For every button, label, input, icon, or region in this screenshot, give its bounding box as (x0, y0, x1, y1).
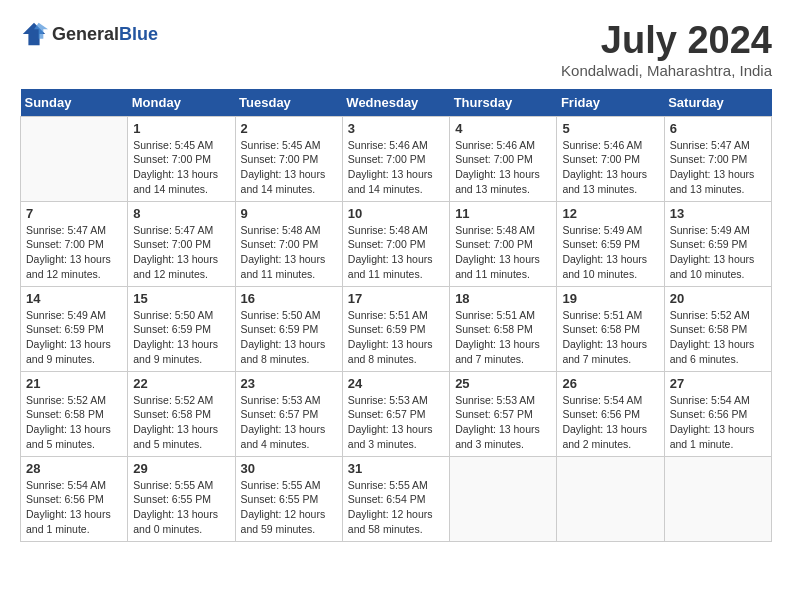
logo-icon (20, 20, 48, 48)
day-info: Sunrise: 5:49 AMSunset: 6:59 PMDaylight:… (26, 308, 122, 367)
calendar-cell: 27Sunrise: 5:54 AMSunset: 6:56 PMDayligh… (664, 371, 771, 456)
day-number: 22 (133, 376, 229, 391)
day-number: 18 (455, 291, 551, 306)
calendar-title: July 2024 (561, 20, 772, 62)
day-number: 8 (133, 206, 229, 221)
day-number: 17 (348, 291, 444, 306)
day-info: Sunrise: 5:55 AMSunset: 6:55 PMDaylight:… (133, 478, 229, 537)
day-info: Sunrise: 5:51 AMSunset: 6:59 PMDaylight:… (348, 308, 444, 367)
calendar-week-3: 14Sunrise: 5:49 AMSunset: 6:59 PMDayligh… (21, 286, 772, 371)
day-info: Sunrise: 5:47 AMSunset: 7:00 PMDaylight:… (670, 138, 766, 197)
day-number: 9 (241, 206, 337, 221)
calendar-cell: 16Sunrise: 5:50 AMSunset: 6:59 PMDayligh… (235, 286, 342, 371)
day-info: Sunrise: 5:53 AMSunset: 6:57 PMDaylight:… (455, 393, 551, 452)
calendar-cell: 28Sunrise: 5:54 AMSunset: 6:56 PMDayligh… (21, 456, 128, 541)
calendar-cell: 24Sunrise: 5:53 AMSunset: 6:57 PMDayligh… (342, 371, 449, 456)
day-number: 30 (241, 461, 337, 476)
day-number: 6 (670, 121, 766, 136)
day-info: Sunrise: 5:46 AMSunset: 7:00 PMDaylight:… (562, 138, 658, 197)
calendar-cell: 15Sunrise: 5:50 AMSunset: 6:59 PMDayligh… (128, 286, 235, 371)
calendar-cell: 2Sunrise: 5:45 AMSunset: 7:00 PMDaylight… (235, 116, 342, 201)
day-info: Sunrise: 5:54 AMSunset: 6:56 PMDaylight:… (26, 478, 122, 537)
calendar-cell: 17Sunrise: 5:51 AMSunset: 6:59 PMDayligh… (342, 286, 449, 371)
day-info: Sunrise: 5:47 AMSunset: 7:00 PMDaylight:… (133, 223, 229, 282)
day-number: 27 (670, 376, 766, 391)
calendar-cell: 25Sunrise: 5:53 AMSunset: 6:57 PMDayligh… (450, 371, 557, 456)
day-number: 19 (562, 291, 658, 306)
day-info: Sunrise: 5:52 AMSunset: 6:58 PMDaylight:… (26, 393, 122, 452)
calendar-week-1: 1Sunrise: 5:45 AMSunset: 7:00 PMDaylight… (21, 116, 772, 201)
day-info: Sunrise: 5:51 AMSunset: 6:58 PMDaylight:… (562, 308, 658, 367)
calendar-cell: 22Sunrise: 5:52 AMSunset: 6:58 PMDayligh… (128, 371, 235, 456)
day-number: 15 (133, 291, 229, 306)
day-info: Sunrise: 5:54 AMSunset: 6:56 PMDaylight:… (670, 393, 766, 452)
calendar-cell (21, 116, 128, 201)
header-saturday: Saturday (664, 89, 771, 117)
calendar-cell: 18Sunrise: 5:51 AMSunset: 6:58 PMDayligh… (450, 286, 557, 371)
calendar-cell (557, 456, 664, 541)
calendar-week-5: 28Sunrise: 5:54 AMSunset: 6:56 PMDayligh… (21, 456, 772, 541)
day-number: 13 (670, 206, 766, 221)
calendar-cell: 26Sunrise: 5:54 AMSunset: 6:56 PMDayligh… (557, 371, 664, 456)
title-block: July 2024 Kondalwadi, Maharashtra, India (561, 20, 772, 79)
day-number: 21 (26, 376, 122, 391)
day-number: 20 (670, 291, 766, 306)
calendar-cell: 21Sunrise: 5:52 AMSunset: 6:58 PMDayligh… (21, 371, 128, 456)
header-wednesday: Wednesday (342, 89, 449, 117)
calendar-cell: 14Sunrise: 5:49 AMSunset: 6:59 PMDayligh… (21, 286, 128, 371)
day-number: 31 (348, 461, 444, 476)
day-number: 2 (241, 121, 337, 136)
day-number: 4 (455, 121, 551, 136)
day-number: 14 (26, 291, 122, 306)
calendar-cell: 5Sunrise: 5:46 AMSunset: 7:00 PMDaylight… (557, 116, 664, 201)
day-info: Sunrise: 5:51 AMSunset: 6:58 PMDaylight:… (455, 308, 551, 367)
day-info: Sunrise: 5:50 AMSunset: 6:59 PMDaylight:… (241, 308, 337, 367)
calendar-cell: 6Sunrise: 5:47 AMSunset: 7:00 PMDaylight… (664, 116, 771, 201)
calendar-cell: 29Sunrise: 5:55 AMSunset: 6:55 PMDayligh… (128, 456, 235, 541)
page-header: GeneralBlue July 2024 Kondalwadi, Mahara… (20, 20, 772, 79)
day-number: 29 (133, 461, 229, 476)
day-info: Sunrise: 5:52 AMSunset: 6:58 PMDaylight:… (670, 308, 766, 367)
day-info: Sunrise: 5:49 AMSunset: 6:59 PMDaylight:… (670, 223, 766, 282)
day-number: 5 (562, 121, 658, 136)
day-number: 28 (26, 461, 122, 476)
calendar-cell: 7Sunrise: 5:47 AMSunset: 7:00 PMDaylight… (21, 201, 128, 286)
day-number: 10 (348, 206, 444, 221)
calendar-cell: 31Sunrise: 5:55 AMSunset: 6:54 PMDayligh… (342, 456, 449, 541)
calendar-week-4: 21Sunrise: 5:52 AMSunset: 6:58 PMDayligh… (21, 371, 772, 456)
calendar-cell: 8Sunrise: 5:47 AMSunset: 7:00 PMDaylight… (128, 201, 235, 286)
day-info: Sunrise: 5:55 AMSunset: 6:55 PMDaylight:… (241, 478, 337, 537)
day-number: 12 (562, 206, 658, 221)
day-info: Sunrise: 5:48 AMSunset: 7:00 PMDaylight:… (348, 223, 444, 282)
day-number: 1 (133, 121, 229, 136)
header-thursday: Thursday (450, 89, 557, 117)
day-info: Sunrise: 5:46 AMSunset: 7:00 PMDaylight:… (348, 138, 444, 197)
calendar-cell: 3Sunrise: 5:46 AMSunset: 7:00 PMDaylight… (342, 116, 449, 201)
calendar-cell: 4Sunrise: 5:46 AMSunset: 7:00 PMDaylight… (450, 116, 557, 201)
day-number: 7 (26, 206, 122, 221)
day-info: Sunrise: 5:49 AMSunset: 6:59 PMDaylight:… (562, 223, 658, 282)
weekday-header-row: Sunday Monday Tuesday Wednesday Thursday… (21, 89, 772, 117)
day-info: Sunrise: 5:52 AMSunset: 6:58 PMDaylight:… (133, 393, 229, 452)
day-info: Sunrise: 5:53 AMSunset: 6:57 PMDaylight:… (348, 393, 444, 452)
day-info: Sunrise: 5:54 AMSunset: 6:56 PMDaylight:… (562, 393, 658, 452)
calendar-cell: 11Sunrise: 5:48 AMSunset: 7:00 PMDayligh… (450, 201, 557, 286)
calendar-cell: 9Sunrise: 5:48 AMSunset: 7:00 PMDaylight… (235, 201, 342, 286)
logo-text: GeneralBlue (52, 24, 158, 45)
day-info: Sunrise: 5:45 AMSunset: 7:00 PMDaylight:… (133, 138, 229, 197)
day-number: 25 (455, 376, 551, 391)
calendar-cell (664, 456, 771, 541)
calendar-cell: 19Sunrise: 5:51 AMSunset: 6:58 PMDayligh… (557, 286, 664, 371)
calendar-cell: 12Sunrise: 5:49 AMSunset: 6:59 PMDayligh… (557, 201, 664, 286)
header-friday: Friday (557, 89, 664, 117)
day-info: Sunrise: 5:48 AMSunset: 7:00 PMDaylight:… (241, 223, 337, 282)
header-monday: Monday (128, 89, 235, 117)
day-number: 24 (348, 376, 444, 391)
calendar-week-2: 7Sunrise: 5:47 AMSunset: 7:00 PMDaylight… (21, 201, 772, 286)
day-number: 23 (241, 376, 337, 391)
calendar-cell: 20Sunrise: 5:52 AMSunset: 6:58 PMDayligh… (664, 286, 771, 371)
header-sunday: Sunday (21, 89, 128, 117)
calendar-cell: 30Sunrise: 5:55 AMSunset: 6:55 PMDayligh… (235, 456, 342, 541)
day-info: Sunrise: 5:53 AMSunset: 6:57 PMDaylight:… (241, 393, 337, 452)
calendar-cell: 1Sunrise: 5:45 AMSunset: 7:00 PMDaylight… (128, 116, 235, 201)
